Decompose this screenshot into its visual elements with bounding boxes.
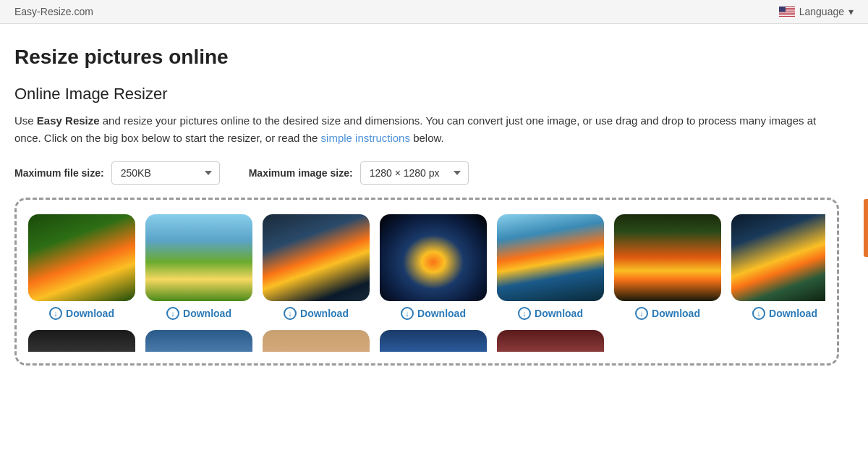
description-text: Use Easy Resize and resize your pictures… — [14, 112, 839, 147]
svg-rect-5 — [779, 14, 795, 14]
image-item: Download — [28, 214, 135, 320]
main-content: Resize pictures online Online Image Resi… — [0, 24, 854, 380]
image-size-select[interactable]: 320 × 320 px 640 × 640 px 800 × 800 px 1… — [360, 161, 469, 185]
image-item: Download — [380, 214, 487, 320]
download-button-2[interactable]: Download — [166, 307, 231, 320]
download-button-6[interactable]: Download — [635, 307, 700, 320]
image-item: Download — [497, 214, 604, 320]
file-size-select[interactable]: 50KB 100KB 200KB 250KB 500KB 1MB 2MB 5MB — [111, 161, 220, 185]
download-button-4[interactable]: Download — [401, 307, 466, 320]
download-icon-1 — [49, 307, 62, 320]
download-label-1: Download — [66, 308, 114, 319]
download-button-1[interactable]: Download — [49, 307, 114, 320]
image-item: Download — [145, 214, 252, 320]
drop-zone[interactable]: Download Download Download — [14, 198, 839, 366]
download-button-3[interactable]: Download — [284, 307, 349, 320]
svg-rect-4 — [779, 12, 795, 13]
download-icon-5 — [518, 307, 531, 320]
image-item: Download — [731, 214, 825, 320]
image-size-group: Maximum image size: 320 × 320 px 640 × 6… — [249, 161, 469, 185]
download-label-3: Download — [300, 308, 349, 319]
image-thumbnail — [380, 214, 487, 301]
download-button-7[interactable]: Download — [752, 307, 817, 320]
download-label-5: Download — [535, 308, 583, 319]
flag-icon — [779, 7, 795, 17]
partial-thumb-5 — [497, 330, 604, 352]
image-thumbnail — [731, 214, 825, 301]
download-icon-7 — [752, 307, 765, 320]
download-icon-3 — [284, 307, 297, 320]
image-thumbnail — [263, 214, 370, 301]
download-icon-2 — [166, 307, 179, 320]
desc-part1: Use — [14, 114, 37, 127]
partial-thumb-4 — [380, 330, 487, 352]
image-item: Download — [263, 214, 370, 320]
page-title: Resize pictures online — [14, 46, 839, 69]
image-grid: Download Download Download — [28, 214, 825, 320]
download-label-4: Download — [417, 308, 466, 319]
image-thumbnail — [145, 214, 252, 301]
svg-rect-6 — [779, 15, 795, 16]
site-logo: Easy-Resize.com — [14, 6, 93, 17]
image-thumbnail — [614, 214, 721, 301]
image-grid-partial — [28, 330, 825, 352]
site-header: Easy-Resize.com Language ▾ — [0, 0, 868, 24]
file-size-label: Maximum file size: — [14, 167, 104, 179]
language-chevron-icon: ▾ — [848, 6, 854, 17]
accent-bar — [864, 199, 868, 257]
download-button-5[interactable]: Download — [518, 307, 583, 320]
download-label-7: Download — [769, 308, 817, 319]
image-item: Download — [614, 214, 721, 320]
svg-rect-7 — [779, 7, 786, 12]
brand-name: Easy Resize — [37, 114, 100, 127]
partial-thumb-1 — [28, 330, 135, 352]
download-label-6: Download — [652, 308, 700, 319]
download-label-2: Download — [183, 308, 231, 319]
partial-thumb-2 — [145, 330, 252, 352]
language-selector[interactable]: Language ▾ — [779, 6, 854, 17]
desc-part3: below. — [413, 132, 444, 144]
image-thumbnail — [497, 214, 604, 301]
section-title: Online Image Resizer — [14, 85, 839, 104]
download-icon-6 — [635, 307, 648, 320]
image-thumbnail — [28, 214, 135, 301]
download-icon-4 — [401, 307, 414, 320]
partial-thumb-3 — [263, 330, 370, 352]
language-label: Language — [799, 6, 844, 17]
controls-row: Maximum file size: 50KB 100KB 200KB 250K… — [14, 161, 839, 185]
instructions-link[interactable]: simple instructions — [321, 132, 410, 144]
image-size-label: Maximum image size: — [249, 167, 353, 179]
file-size-group: Maximum file size: 50KB 100KB 200KB 250K… — [14, 161, 220, 185]
